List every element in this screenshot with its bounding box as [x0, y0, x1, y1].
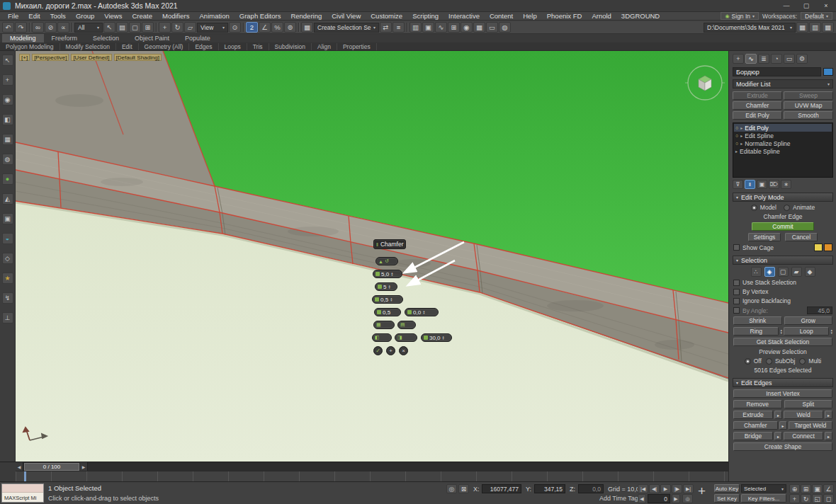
field-of-view-icon[interactable]: ∠ [823, 484, 834, 493]
preview-subobj-radio[interactable]: SubObj [766, 357, 795, 365]
by-angle-value[interactable]: 45,0 [807, 307, 832, 314]
spinner-icon[interactable]: ▴▾ [390, 297, 392, 302]
next-frame-button[interactable]: ▶ [80, 462, 88, 471]
asset-tracking-icon[interactable]: ▦ [796, 22, 808, 33]
ignore-backfacing-checkbox[interactable] [733, 298, 740, 304]
time-slider-handle[interactable]: 0 / 100 [24, 463, 79, 471]
menu-item-graph-editors[interactable]: Graph Editors [235, 12, 286, 20]
uvw-map-modifier-button[interactable]: UVW Map [784, 101, 833, 110]
left-tool-bolt-icon[interactable]: ↯ [2, 292, 13, 304]
menu-item-create[interactable]: Create [127, 12, 157, 20]
ring-spinner[interactable]: ▴▾ [780, 328, 782, 334]
left-tool-help-icon[interactable]: ⊥ [2, 312, 13, 323]
modify-tab-icon[interactable]: ∿ [745, 54, 757, 64]
snap-toggle-icon[interactable]: 2 [246, 22, 258, 33]
weld-button[interactable]: Weld [784, 411, 823, 419]
key-filters-button[interactable]: Key Filters... [741, 494, 786, 503]
angle-snap-icon[interactable]: ∠ [259, 22, 271, 33]
play-button[interactable]: ▶ [660, 484, 671, 493]
menu-item-arnold[interactable]: Arnold [587, 12, 616, 20]
expand-icon[interactable]: ▸ [740, 141, 742, 146]
rollout-header[interactable]: ▾ Edit Poly Mode [733, 193, 833, 202]
bulb-icon[interactable]: ○ [735, 125, 738, 130]
left-tool-grid-icon[interactable]: ▦ [2, 134, 13, 145]
menu-item-edit[interactable]: Edit [23, 12, 45, 20]
ribbon-panel-edit[interactable]: Edit [116, 43, 139, 50]
ribbon-panel-tris[interactable]: Tris [247, 43, 269, 50]
utilities-tab-icon[interactable]: ⚙ [796, 54, 808, 64]
select-and-move-icon[interactable]: + [159, 22, 171, 33]
window-crossing-icon[interactable]: ⊞ [142, 22, 154, 33]
menu-item-group[interactable]: Group [71, 12, 99, 20]
layer-manager-icon[interactable]: ▥ [409, 22, 422, 33]
vertex-mode-icon[interactable]: ∴ [751, 267, 762, 277]
ribbon-panel-polygon-modeling[interactable]: Polygon Modeling [0, 43, 60, 50]
expand-icon[interactable]: ▸ [740, 125, 742, 130]
orbit-icon[interactable]: ↻ [801, 494, 811, 503]
selection-filter-dropdown[interactable]: All ▾ [74, 23, 103, 33]
left-tool-select-icon[interactable]: ↖ [2, 55, 13, 66]
viewport-menu-pov[interactable]: [Perspective] [32, 54, 69, 61]
model-radio[interactable]: Model [751, 204, 776, 211]
caddy-title[interactable]: ‖ Chamfer [373, 239, 406, 249]
smooth-modifier-button[interactable]: Smooth [784, 111, 833, 120]
bulb-icon[interactable]: ○ [735, 141, 738, 146]
ribbon-panel-align[interactable]: Align [312, 43, 337, 50]
ribbon-panel-modify-selection[interactable]: Modify Selection [60, 43, 116, 50]
show-cage-checkbox[interactable] [733, 244, 740, 251]
time-slider[interactable]: ◀ 0 / 100 ▶ [16, 462, 728, 471]
create-shape-button[interactable]: Create Shape [733, 442, 832, 451]
chamfer-settings-icon[interactable]: ▸ [779, 421, 787, 430]
ribbon-tab-selection[interactable]: Selection [85, 34, 127, 42]
ribbon-panel-properties[interactable]: Properties [337, 43, 377, 50]
caddy-option-a[interactable]: ▦ [373, 321, 395, 329]
ribbon-panel-loops[interactable]: Loops [219, 43, 247, 50]
material-editor-icon[interactable]: ◉ [461, 22, 473, 33]
reference-coordinate-system-dropdown[interactable]: View ▾ [197, 23, 228, 33]
ribbon-panel-geometry-all[interactable]: Geometry (All) [139, 43, 190, 50]
remove-modifier-icon[interactable]: ⌦ [769, 180, 779, 189]
menu-item-phoenix-fd[interactable]: Phoenix FD [542, 12, 587, 20]
animate-radio[interactable]: Animate [784, 204, 815, 211]
frame-back-icon[interactable]: ◀ [638, 494, 646, 503]
bridge-settings-icon[interactable]: ▸ [774, 432, 782, 440]
menu-item-rendering[interactable]: Rendering [286, 12, 327, 20]
ribbon-panel-edges[interactable]: Edges [189, 43, 218, 50]
current-frame-marker[interactable] [24, 471, 26, 481]
connect-button[interactable]: Connect [784, 432, 823, 440]
create-tab-icon[interactable]: + [733, 54, 744, 64]
left-tool-material-icon[interactable]: ◉ [2, 94, 13, 105]
left-tool-display-icon[interactable]: ◍ [2, 154, 13, 165]
current-frame-field[interactable]: 0 [648, 494, 670, 503]
insert-vertex-button[interactable]: Insert Vertex [733, 389, 832, 398]
object-name-field[interactable]: Бордюр [733, 67, 821, 76]
polygon-mode-icon[interactable]: ▰ [791, 267, 802, 277]
by-vertex-checkbox[interactable] [733, 289, 740, 295]
render-production-icon[interactable]: ◍ [499, 22, 511, 33]
menu-item-views[interactable]: Views [99, 12, 127, 20]
zoom-all-icon[interactable]: ⊞ [801, 484, 811, 493]
viewport-menu-camera[interactable]: [User Defined] [71, 54, 111, 61]
menu-item-3dground[interactable]: 3DGROUND [616, 12, 665, 20]
select-object-icon[interactable]: ↖ [103, 22, 115, 33]
bind-to-space-warp-icon[interactable]: ∝ [57, 22, 69, 33]
pan-icon[interactable]: + [789, 494, 800, 503]
menu-item-file[interactable]: File [3, 12, 23, 20]
ribbon-tab-populate[interactable]: Populate [177, 34, 218, 42]
rendered-frame-window-icon[interactable]: ▭ [486, 22, 498, 33]
chamfer-button[interactable]: Chamfer [733, 421, 778, 430]
curve-editor-icon[interactable]: ∿ [435, 22, 447, 33]
menu-item-modifiers[interactable]: Modifiers [157, 12, 195, 20]
previous-key-button[interactable]: ◀| [649, 484, 660, 493]
loop-spinner[interactable]: ▴▾ [830, 328, 832, 334]
split-button[interactable]: Split [784, 400, 833, 408]
left-tool-shape-icon[interactable]: ◇ [2, 253, 13, 264]
edge-mode-icon[interactable]: ◈ [764, 267, 775, 277]
commit-button[interactable]: Commit [752, 222, 814, 231]
caddy-option-c[interactable]: ◧ [372, 333, 392, 342]
menu-item-content[interactable]: Content [485, 12, 518, 20]
rollout-header[interactable]: ▾ Edit Edges [733, 378, 833, 387]
workspace-dropdown[interactable]: Default ▾ [801, 12, 832, 20]
viewport-layout-icon[interactable]: ◻ [823, 494, 834, 503]
y-coordinate-field[interactable]: 347,15 [534, 484, 565, 493]
